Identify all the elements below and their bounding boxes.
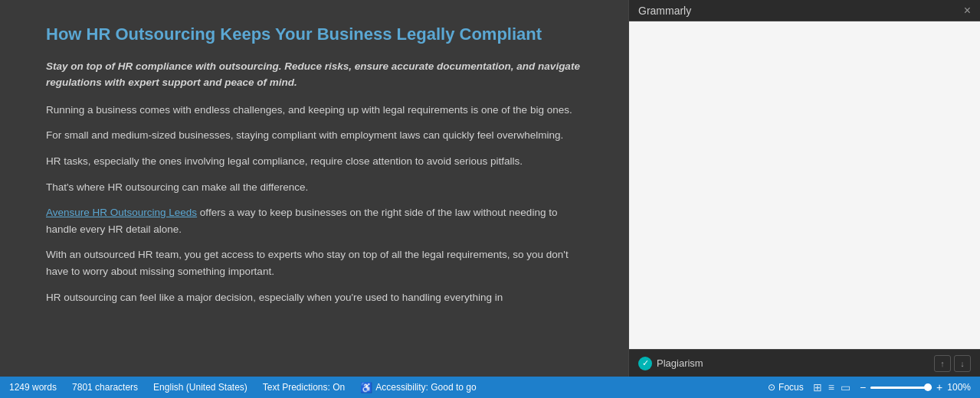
accessibility-icon: ♿ <box>360 382 372 393</box>
paragraph-1: Running a business comes with endless ch… <box>46 102 582 119</box>
paragraph-5: Avensure HR Outsourcing Leeds offers a w… <box>46 204 582 237</box>
document-content: How HR Outsourcing Keeps Your Business L… <box>0 0 628 330</box>
main-container: How HR Outsourcing Keeps Your Business L… <box>0 0 980 377</box>
focus-icon: ⊙ <box>768 382 775 393</box>
zoom-slider-fill <box>870 387 932 389</box>
grammarly-close-button[interactable]: × <box>964 5 971 17</box>
plagiarism-check-icon: ✓ <box>638 357 652 370</box>
paragraph-3: HR tasks, especially the ones involving … <box>46 153 582 170</box>
text-predictions: Text Predictions: On <box>263 382 345 393</box>
paragraph-6: With an outsourced HR team, you get acce… <box>46 246 582 279</box>
document-area: How HR Outsourcing Keeps Your Business L… <box>0 0 628 377</box>
grammarly-nav-down-button[interactable]: ↓ <box>954 355 971 372</box>
zoom-minus-button[interactable]: − <box>860 381 866 393</box>
grammarly-title: Grammarly <box>638 5 691 17</box>
word-count: 1249 words <box>9 382 57 393</box>
zoom-plus-button[interactable]: + <box>936 381 942 393</box>
paragraph-2: For small and medium-sized businesses, s… <box>46 127 582 144</box>
grid-view-icon[interactable]: ⊞ <box>813 381 822 393</box>
avensure-link[interactable]: Avensure HR Outsourcing Leeds <box>46 207 197 218</box>
grammarly-header: Grammarly × <box>629 0 980 21</box>
grammarly-navigation: ↑ ↓ <box>934 355 971 372</box>
focus-button[interactable]: ⊙ Focus <box>768 382 804 393</box>
grammarly-content-area <box>629 21 980 349</box>
zoom-slider[interactable] <box>870 387 932 389</box>
list-view-icon[interactable]: ≡ <box>828 381 834 393</box>
accessibility-indicator: ♿ Accessibility: Good to go <box>360 382 476 393</box>
grammarly-footer: ✓ Plagiarism ↑ ↓ <box>629 349 980 377</box>
language-indicator: English (United States) <box>153 382 247 393</box>
grammarly-panel: Grammarly × ✓ Plagiarism ↑ ↓ <box>628 0 980 377</box>
page-view-icon[interactable]: ▭ <box>841 381 851 393</box>
document-title: How HR Outsourcing Keeps Your Business L… <box>46 23 582 46</box>
paragraph-7: HR outsourcing can feel like a major dec… <box>46 289 582 306</box>
grammarly-nav-up-button[interactable]: ↑ <box>934 355 951 372</box>
zoom-slider-thumb <box>924 383 932 391</box>
status-bar: 1249 words 7801 characters English (Unit… <box>0 377 980 398</box>
view-icons: ⊞ ≡ ▭ <box>813 381 851 393</box>
character-count: 7801 characters <box>72 382 138 393</box>
paragraph-4: That's where HR outsourcing can make all… <box>46 179 582 196</box>
zoom-controls: − + 100% <box>860 381 971 393</box>
zoom-percent: 100% <box>947 382 971 393</box>
plagiarism-label[interactable]: Plagiarism <box>657 357 703 369</box>
document-subtitle: Stay on top of HR compliance with outsou… <box>46 58 582 91</box>
status-bar-right: ⊙ Focus ⊞ ≡ ▭ − + 100% <box>768 381 971 393</box>
